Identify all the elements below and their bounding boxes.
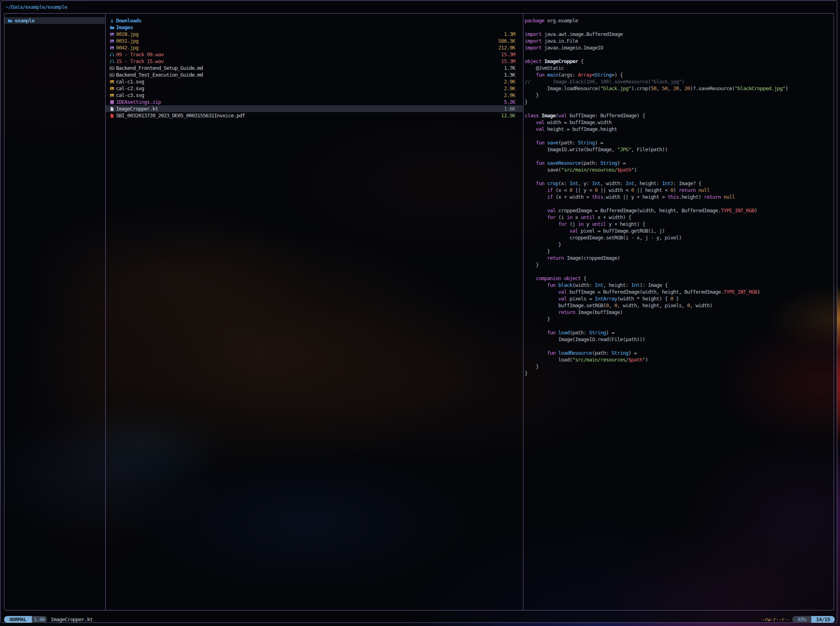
archive-icon (110, 100, 114, 105)
code-line: val pixels = IntArray(width * height) { … (525, 295, 832, 302)
file-row[interactable]: cal-c3.svg2.9K (106, 92, 523, 99)
file-row[interactable]: 09 - Track 09.wav15.3M (106, 51, 523, 58)
folder-icon (8, 18, 12, 23)
file-row[interactable]: Downloads (106, 17, 523, 24)
file-name: IDEAsettings.zip (116, 99, 161, 105)
code-line: return Image(croppedImage) (525, 255, 832, 261)
current-path: ~/Data/example/example (6, 4, 67, 10)
file-name: cal-c1.svg (116, 78, 144, 85)
file-size: 1.3K (504, 71, 515, 78)
code-line (525, 200, 832, 207)
code-line: fun crop(x: Int, y: Int, width: Int, hei… (525, 180, 832, 187)
file-size: 1.7K (504, 65, 515, 71)
music-icon (110, 59, 114, 64)
pdf-icon (110, 113, 114, 118)
code-line: val buffImage = BufferedImage(width, hei… (525, 288, 832, 295)
code-line: companion object { (525, 275, 832, 282)
file-size: 15.3M (501, 58, 515, 65)
file-size: 2.9K (504, 78, 515, 85)
status-filename: ImageCropper.kt (51, 616, 92, 623)
file-size: 5.2K (504, 99, 515, 105)
folder-icon (110, 25, 114, 30)
file-name: cal-c2.svg (116, 85, 144, 92)
scroll-percent: 93% (792, 616, 811, 623)
download-icon (110, 18, 114, 23)
code-line: } (525, 316, 832, 322)
file-size: 212.9K (498, 44, 515, 51)
file-name: 0031.jpg (116, 38, 138, 44)
parent-dir-item[interactable]: example (4, 17, 105, 24)
code-line: } (525, 261, 832, 268)
file-row[interactable]: SBI_0032013739_2023_DE05_0003155631Invoi… (106, 112, 523, 119)
code-line: buffImage.setRGB(0, 0, width, height, pi… (525, 302, 832, 309)
markdown-icon (110, 73, 114, 77)
code-line: fun saveResource(path: String) = (525, 160, 832, 166)
file-size: 2.9K (504, 85, 515, 92)
file-row[interactable]: cal-c2.svg2.9K (106, 85, 523, 92)
code-line: if (x < 0 || y < 0 || width < 0 || heigh… (525, 187, 832, 194)
file-name: 15 - Track 15.wav (116, 58, 163, 65)
file-row[interactable]: cal-c1.svg2.9K (106, 78, 523, 85)
code-line: val width = buffImage.width (525, 119, 832, 126)
code-line: for (j in y until y + height) { (525, 221, 832, 227)
file-size: 1.6K (504, 105, 515, 112)
file-row[interactable]: 15 - Track 15.wav15.3M (106, 58, 523, 65)
cursor-position: 14/15 (811, 616, 835, 623)
code-line: package org.example (525, 17, 832, 24)
file-name: 09 - Track 09.wav (116, 51, 163, 58)
image-svg-icon (110, 93, 114, 98)
image-jpg-icon (110, 39, 114, 43)
file-name: 0028.jpg (116, 31, 138, 38)
code-line: croppedImage.setRGB(i - x, j - y, pixel) (525, 234, 832, 241)
file-row[interactable]: Backend_Test_Execution_Guide.md1.3K (106, 71, 523, 78)
code-line (525, 24, 832, 31)
file-name: 0042.jpg (116, 44, 138, 51)
code-line: fun black(width: Int, height: Int): Imag… (525, 282, 832, 288)
image-jpg-icon (110, 45, 114, 50)
file-size: 15.3M (501, 51, 515, 58)
file-size: 2.9K (504, 92, 515, 99)
code-line: @JvmStatic (525, 65, 832, 71)
code-line: import java.awt.image.BufferedImage (525, 31, 832, 38)
pane-divider-right (523, 13, 523, 610)
code-line: val croppedImage = BufferedImage(width, … (525, 207, 832, 214)
code-line (525, 268, 832, 275)
markdown-icon (110, 66, 114, 71)
file-name: SBI_0032013739_2023_DE05_0003155631Invoi… (116, 112, 245, 119)
preview-pane: package org.example import java.awt.imag… (525, 17, 832, 377)
status-bar: NORMAL 1.6K ImageCropper.kt -rw-r--r-- 9… (0, 616, 840, 623)
image-jpg-icon (110, 32, 114, 37)
file-row[interactable]: 0042.jpg212.9K (106, 44, 523, 51)
code-line: } (525, 248, 832, 255)
file-size: 1.3M (504, 31, 515, 38)
code-line: } (525, 241, 832, 248)
code-line: fun loadResource(path: String) = (525, 350, 832, 356)
music-icon (110, 52, 114, 57)
code-line: } (525, 370, 832, 377)
code-line: fun load(path: String) = (525, 329, 832, 336)
code-line (525, 173, 832, 180)
code-line: // Image.black(100, 100).saveResource("b… (525, 78, 832, 85)
file-row[interactable]: 0031.jpg586.3K (106, 38, 523, 44)
code-line (525, 322, 832, 329)
parent-dir-label: example (15, 17, 34, 24)
code-line (525, 153, 832, 160)
code-line: Image.loadResource("black.jpg").crop(50,… (525, 85, 832, 92)
code-line: val pixel = buffImage.getRGB(i, j) (525, 227, 832, 234)
file-name: cal-c3.svg (116, 92, 144, 99)
code-line: save("src/main/resources/$path") (525, 166, 832, 173)
code-line: fun save(path: String) = (525, 139, 832, 146)
file-icon (110, 107, 114, 111)
file-name: Downloads (116, 17, 141, 24)
file-row[interactable]: Images (106, 24, 523, 31)
code-line: val height = buffImage.height (525, 126, 832, 132)
code-line: } (525, 92, 832, 99)
mode-badge: NORMAL (4, 616, 32, 623)
file-row[interactable]: ImageCropper.kt1.6K (106, 105, 523, 112)
file-row[interactable]: Backend_Frontend_Setup_Guide.md1.7K (106, 65, 523, 71)
image-svg-icon (110, 86, 114, 91)
file-row[interactable]: IDEAsettings.zip5.2K (106, 99, 523, 105)
code-line: load("src/main/resources/$path") (525, 356, 832, 363)
file-row[interactable]: 0028.jpg1.3M (106, 31, 523, 38)
code-line: if (x + width > this.width || y + height… (525, 194, 832, 200)
